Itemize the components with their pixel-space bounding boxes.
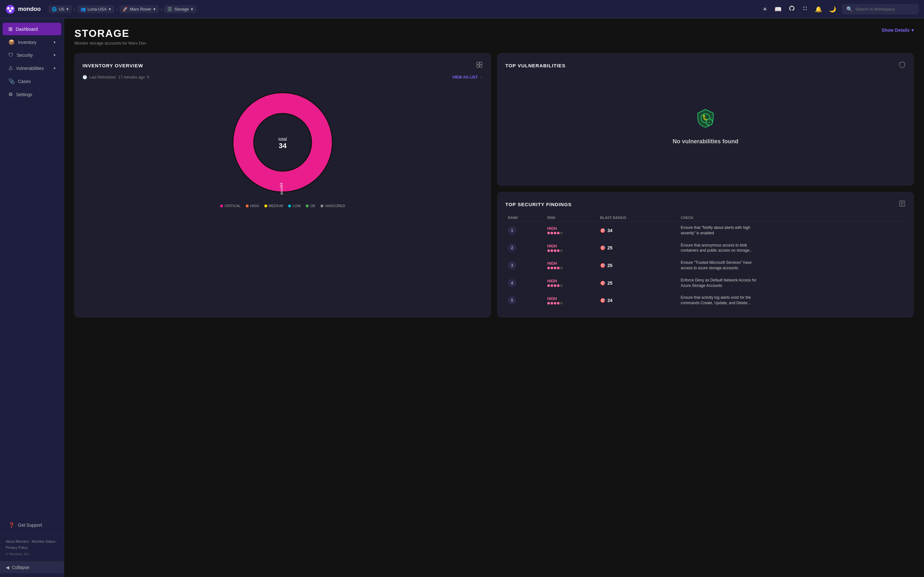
rank-cell: 1 [505,222,545,239]
legend-critical: CRITICAL [220,204,241,208]
chevron-down-icon: ▾ [66,7,69,11]
svg-text:azure: azure [279,186,283,195]
risk-dot-empty [560,250,563,252]
risk-dot-filled [548,302,550,305]
check-text: Ensure that anonymous access to blob con… [681,243,764,253]
breadcrumb-mars[interactable]: 🚀 Mars Rover ▾ [120,5,158,13]
security-findings-title: TOP SECURITY FINDINGS [505,201,572,207]
page-title: STORAGE [74,27,146,39]
nav-actions: ☀ 📖 🔔 🌙 🔍 [761,4,919,15]
check-text: Ensure that activity log alerts exist fo… [681,295,764,306]
sidebar: ⊞ Dashboard 📦 Inventory ▾ 🛡 Security ▾ ⚠… [0,19,64,577]
table-row: 2HIGH🎯25Ensure that anonymous access to … [505,239,906,257]
privacy-policy-link[interactable]: Privacy Policy [6,546,27,550]
globe-icon: 🌐 [52,7,57,11]
show-details-button[interactable]: Show Details ▾ [882,27,914,33]
page-subtitle: Monitor storage accounts for Mars Dev [74,41,146,45]
sidebar-item-dashboard-label: Dashboard [16,27,38,32]
top-vulnerabilities-title: TOP VULNERABILITIES [505,63,565,68]
show-details-label: Show Details [882,27,909,33]
check-cell: Ensure "Trusted Microsoft Services" have… [678,257,906,274]
sidebar-item-dashboard[interactable]: ⊞ Dashboard [3,23,61,35]
legend-ok: OK [306,204,315,208]
github-icon[interactable] [787,4,796,15]
svg-point-1 [7,7,10,10]
sidebar-item-vulnerabilities[interactable]: ⚠ Vulnerabilities ▾ [3,62,61,74]
legend-dot-unscored [320,205,323,207]
chevron-down-icon: ▾ [191,7,193,11]
risk-dot-filled [551,284,553,287]
search-box[interactable]: 🔍 [842,4,919,15]
vulnerabilities-card-icon [899,61,906,70]
rover-icon: 🚀 [123,7,128,11]
last-refreshed-value: 17 minutes ago [118,75,145,79]
sidebar-item-support-label: Get Support [18,522,42,528]
table-row: 5HIGH🎯24Ensure that activity log alerts … [505,292,906,309]
breadcrumb-luna[interactable]: 👥 Luna-USA ▾ [78,5,114,13]
support-icon: ❓ [8,522,15,528]
rank-cell: 3 [505,257,545,274]
svg-text:34: 34 [279,183,283,187]
legend-label-low: LOW [292,204,300,208]
legend-high: HIGH [246,204,259,208]
right-column: TOP VULNERABILITIES [497,53,914,318]
arrow-right-icon: → [479,75,483,79]
risk-dot-filled [551,302,553,305]
logo[interactable]: mondoo [5,4,41,15]
blast-number: 34 [607,228,612,233]
sidebar-item-cases[interactable]: 📎 Cases [3,75,61,87]
risk-dot-empty [560,284,563,287]
book-icon[interactable]: 📖 [773,5,783,14]
sidebar-item-security[interactable]: 🛡 Security ▾ [3,49,61,61]
risk-dot-filled [548,284,550,287]
risk-dot-filled [557,232,559,234]
chevron-down-icon: ▾ [109,7,111,11]
slack-icon[interactable] [801,4,809,14]
sidebar-item-inventory[interactable]: 📦 Inventory ▾ [3,36,61,48]
about-mondoo-link[interactable]: About Mondoo [6,540,29,543]
breadcrumb-storage[interactable]: 🗄️ Storage ▾ [164,5,196,13]
breadcrumb-mars-label: Mars Rover [129,7,151,11]
sidebar-item-get-support[interactable]: ❓ Get Support [3,519,61,532]
rank-badge: 1 [508,226,516,235]
page-header: STORAGE Monitor storage accounts for Mar… [74,27,914,45]
blast-radius-cell: 🎯25 [598,239,678,257]
card-header: TOP SECURITY FINDINGS [505,200,906,209]
blast-icon: 🎯 [600,245,606,250]
search-input[interactable] [855,7,913,11]
vulnerabilities-icon: ⚠ [8,65,13,71]
risk-cell: HIGH [545,292,598,309]
view-as-list-label: VIEW AS LIST [452,75,478,79]
page-title-block: STORAGE Monitor storage accounts for Mar… [74,27,146,45]
check-text: Ensure "Trusted Microsoft Services" have… [681,260,764,271]
risk-dot-filled [557,267,559,269]
blast-icon: 🎯 [600,298,606,303]
legend-label-medium: MEDIUM [269,204,283,208]
table-row: 4HIGH🎯25Enforce Deny as Default Network … [505,274,906,292]
col-rank: RANK [505,214,545,222]
mondoo-status-link[interactable]: Mondoo Status [32,540,55,543]
risk-label: HIGH [548,261,595,266]
sun-icon[interactable]: ☀ [761,5,769,14]
risk-cell: HIGH [545,239,598,257]
sidebar-item-settings[interactable]: ⚙ Settings [3,88,61,101]
risk-dot-filled [551,267,553,269]
svg-rect-8 [477,62,479,64]
notification-icon[interactable]: 🔔 [814,5,823,14]
risk-dot-filled [554,284,556,287]
sidebar-collapse[interactable]: ◀ Collapse [0,561,64,573]
moon-icon[interactable]: 🌙 [828,5,837,14]
breadcrumb-us[interactable]: 🌐 US ▾ [48,5,72,13]
legend-label-unscored: UNSCORED [325,204,345,208]
risk-cell: HIGH [545,222,598,239]
svg-rect-9 [480,62,482,64]
risk-cell: HIGH [545,257,598,274]
sidebar-item-cases-label: Cases [18,79,31,84]
view-as-list-button[interactable]: VIEW AS LIST → [452,75,483,79]
blast-number: 25 [607,263,612,268]
rank-badge: 3 [508,261,516,269]
breadcrumb-sep-1: › [74,7,75,12]
refresh-btn-icon[interactable]: ↻ [147,75,150,79]
col-blast-radius: BLAST RADIUS [598,214,678,222]
check-cell: Ensure that anonymous access to blob con… [678,239,906,257]
